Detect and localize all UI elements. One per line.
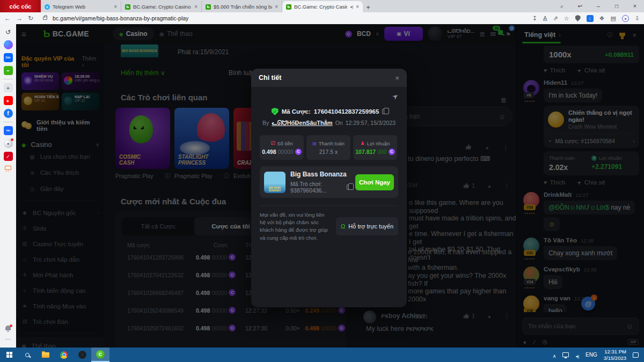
bet-author[interactable]: ᓚᘏᗢHổĐenSâuThẳm: [272, 120, 332, 127]
facebook-icon[interactable]: [4, 109, 13, 118]
speaker-icon[interactable]: [575, 350, 579, 360]
reading-list-icon[interactable]: [610, 15, 616, 22]
games-icon[interactable]: [4, 66, 13, 75]
tab-title: BC.Game: Crypto Casino Gan: [133, 4, 192, 10]
bet-id-value: 1760410412837259965: [314, 108, 379, 115]
translate-icon[interactable]: [543, 15, 547, 21]
tab-close-icon[interactable]: [194, 4, 197, 10]
soccer-icon[interactable]: [4, 139, 13, 148]
windows-logo-icon: [6, 352, 12, 358]
chrome-app[interactable]: [55, 348, 73, 362]
action-center-icon[interactable]: [633, 352, 639, 358]
extensions-icon[interactable]: [599, 15, 605, 22]
coccoc-brand[interactable]: cốc cốc: [0, 0, 41, 12]
zalo-icon[interactable]: [4, 53, 13, 62]
rail-more-icon[interactable]: [5, 334, 11, 343]
tab-search-icon[interactable]: [553, 3, 571, 10]
bookmark-icon[interactable]: [564, 15, 569, 22]
history-icon[interactable]: [4, 27, 13, 36]
taskbar-clock[interactable]: 12:31 PM 3/15/2023: [604, 349, 626, 361]
cart-icon[interactable]: [5, 166, 11, 170]
play-now-button[interactable]: Chơi Ngay: [355, 174, 394, 190]
reload-icon[interactable]: [28, 14, 33, 22]
tab-close-icon[interactable]: [114, 4, 117, 10]
lock-icon[interactable]: [43, 17, 47, 20]
profile-icon[interactable]: [622, 15, 629, 22]
check-app-icon[interactable]: [4, 152, 13, 161]
add-shortcut-icon[interactable]: [4, 83, 13, 92]
url-text[interactable]: bc.game/vi/game/big-bass-bonanza-by-prag…: [53, 15, 188, 21]
download-button[interactable]: [587, 15, 594, 22]
verified-shield-icon: [272, 108, 279, 115]
share-page-icon[interactable]: [553, 15, 558, 22]
downloads-icon[interactable]: [635, 15, 640, 22]
back-icon[interactable]: [4, 14, 11, 22]
tab-close-icon[interactable]: [275, 4, 278, 10]
divider: [3, 122, 13, 122]
divider: [260, 205, 398, 206]
browser-flip-icon[interactable]: [571, 3, 589, 9]
viewport: BC.GAME Casino Thể thao BCD Ví: [0, 24, 644, 348]
windows-taskbar: ENG 12:31 PM 3/15/2023: [0, 348, 644, 362]
network-icon[interactable]: [562, 352, 569, 357]
file-explorer[interactable]: [36, 348, 55, 362]
maximize-button[interactable]: [608, 3, 626, 9]
bet-author-row: By ᓚᘏᗢHổĐenSâuThẳm On 12:29:57, 15/3/202…: [260, 120, 398, 127]
bet-details-modal: Chi tiết Mã Cược: 1760410412837259965 By…: [251, 69, 407, 307]
notifications-bell-icon[interactable]: [5, 326, 11, 330]
bet-stats: Số tiền 0.49800000 Thanh toán 217.5 x Lợ…: [260, 135, 398, 160]
voice-app-icon: [78, 351, 86, 359]
game-title: Big Bass Bonanza: [290, 171, 350, 178]
stat-amount: Số tiền 0.49800000: [260, 135, 304, 160]
taskbar-search[interactable]: [18, 348, 36, 362]
browser-tab-telegram[interactable]: Telegram Web: [41, 1, 121, 12]
bcd-coin-icon: [389, 149, 395, 155]
address-bar: bc.game/vi/game/big-bass-bonanza-by-prag…: [0, 12, 644, 24]
keyboard-language[interactable]: ENG: [586, 352, 597, 358]
browser-tab-bcgame-active[interactable]: BC.Game: Crypto Casino (: [282, 1, 363, 12]
browser-side-rail: [0, 24, 16, 348]
telegram-favicon: [45, 4, 50, 10]
browser-tab-promo[interactable]: $5.000 Trận chiến sòng bạc c: [202, 1, 282, 12]
tiki-icon[interactable]: [4, 126, 13, 135]
modal-close-icon[interactable]: [395, 73, 399, 83]
bcgame-site: BC.GAME Casino Thể thao BCD Ví: [16, 24, 644, 348]
bet-id-label: Mã Cược:: [282, 108, 311, 115]
save-page-icon[interactable]: [532, 15, 537, 22]
tab-close-icon[interactable]: [356, 4, 359, 10]
adblock-shield-icon[interactable]: 1: [575, 15, 581, 21]
minimize-button[interactable]: [589, 3, 608, 9]
start-button[interactable]: [0, 348, 18, 362]
adblock-badge: 1: [579, 19, 583, 23]
address-bar-actions: 1: [532, 15, 640, 22]
messenger-icon[interactable]: [4, 40, 13, 49]
live-support-button[interactable]: Hỗ trợ trực tuyến: [336, 217, 398, 235]
voice-app[interactable]: [73, 348, 91, 362]
screen: cốc cốc Telegram Web BC.Game: Crypto Cas…: [0, 0, 644, 362]
tray-expand-icon[interactable]: [553, 350, 557, 360]
youtube-icon[interactable]: [4, 96, 13, 105]
bcd-coin-icon: [295, 149, 302, 155]
stat-payout: Thanh toán 217.5 x: [306, 135, 350, 160]
stat-label: Lợi nhuận: [367, 141, 390, 146]
forward-icon[interactable]: [16, 14, 23, 22]
coccoc-app[interactable]: [91, 348, 109, 362]
copy-icon[interactable]: [382, 109, 386, 114]
tab-audio-icon[interactable]: [350, 5, 353, 9]
folder-icon: [42, 352, 49, 358]
share-bet-icon[interactable]: [391, 91, 400, 101]
modal-game-card: BIG BASS BONANZA Big Bass Bonanza Mã Trò…: [260, 166, 398, 198]
divider: [3, 79, 13, 79]
browser-tab-bcgame-1[interactable]: BC.Game: Crypto Casino Gan: [121, 1, 202, 12]
browser-tabstrip: cốc cốc Telegram Web BC.Game: Crypto Cas…: [0, 0, 644, 12]
close-button[interactable]: [626, 3, 644, 9]
copy-icon[interactable]: [347, 184, 350, 190]
game-code: Mã Trò chơi: 9387960436...: [290, 181, 343, 194]
bet-datetime: 12:29:57, 15/3/2023: [346, 120, 396, 126]
modal-header: Chi tiết: [251, 69, 407, 87]
window-controls: [553, 0, 644, 12]
new-tab-button[interactable]: [363, 2, 374, 12]
stat-label: Số tiền: [277, 141, 293, 146]
bcgame-favicon: [206, 4, 211, 10]
tab-title: Telegram Web: [53, 4, 111, 10]
